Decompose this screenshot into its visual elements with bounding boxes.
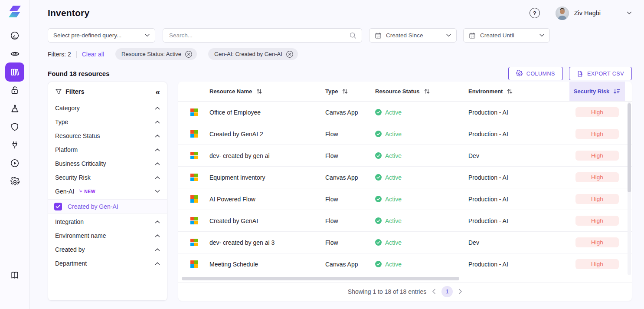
- table-row-ai-powered-flow[interactable]: AI Powered FlowFlowActiveProduction - AI…: [178, 188, 632, 210]
- column-header-resource-status[interactable]: Resource Status: [375, 82, 468, 101]
- avatar: [556, 7, 569, 20]
- created-until-select[interactable]: Created Until: [463, 28, 550, 43]
- filter-group-platform[interactable]: Platform: [48, 143, 167, 157]
- sort-both-icon[interactable]: [507, 88, 513, 95]
- results-row: Found 18 resources COLUMNS EXPORT CSV: [48, 67, 632, 80]
- chevron-up-icon: [155, 148, 160, 151]
- remove-filter-icon[interactable]: [286, 50, 294, 58]
- sidebar-item-playbooks[interactable]: [5, 154, 24, 173]
- resource-name: Equipment Inventory: [209, 174, 325, 181]
- sort-both-icon[interactable]: [256, 88, 262, 95]
- scrollbar-thumb[interactable]: [628, 103, 631, 192]
- risk-badge: High: [575, 237, 619, 247]
- sidebar-item-inventory[interactable]: [5, 62, 24, 82]
- sidebar-item-integrations[interactable]: [5, 135, 24, 154]
- table-header-row: Resource NameTypeResource StatusEnvironm…: [178, 82, 632, 102]
- sidebar-item-settings[interactable]: [5, 172, 24, 191]
- environment: Production - AI: [468, 261, 569, 268]
- created-since-select[interactable]: Created Since: [369, 28, 457, 43]
- sidebar-item-dashboard[interactable]: [5, 26, 24, 45]
- risk-badge: High: [575, 129, 619, 139]
- resources-table: Resource NameTypeResource StatusEnvironm…: [178, 82, 632, 301]
- resource-type: Canvas App: [325, 261, 375, 268]
- broom-icon: [10, 104, 20, 113]
- book-icon: [10, 270, 20, 280]
- app-logo-icon[interactable]: [7, 5, 22, 18]
- filter-group-resource-status[interactable]: Resource Status: [48, 129, 167, 143]
- user-menu[interactable]: Ziv Hagbi: [556, 7, 632, 20]
- column-header-type[interactable]: Type: [325, 82, 375, 101]
- filter-group-gen-ai[interactable]: Gen-AINEW: [48, 184, 167, 198]
- microsoft-logo-icon: [190, 152, 198, 159]
- column-header-security-risk[interactable]: Security Risk: [569, 82, 625, 101]
- previous-page-icon[interactable]: [432, 289, 436, 294]
- column-header-environment[interactable]: Environment: [468, 82, 569, 101]
- page-number[interactable]: 1: [441, 286, 453, 297]
- environment: Dev: [468, 239, 569, 246]
- predefined-query-select[interactable]: Select pre-defined query...: [48, 28, 155, 43]
- search-icon: [349, 32, 356, 39]
- sidebar-item-documentation[interactable]: [5, 266, 24, 285]
- resource-status: Active: [375, 196, 468, 203]
- filter-group-environment-name[interactable]: Environment name: [48, 229, 167, 243]
- filter-group-label: Resource Status: [55, 132, 100, 139]
- columns-button[interactable]: COLUMNS: [508, 67, 563, 80]
- sort-desc-icon[interactable]: [613, 88, 621, 95]
- remove-filter-icon[interactable]: [185, 50, 193, 58]
- filter-option-label: Created by Gen-AI: [68, 203, 118, 210]
- sidebar-item-visibility[interactable]: [5, 44, 24, 63]
- chevron-down-icon: [155, 190, 160, 193]
- filter-group-type[interactable]: Type: [48, 115, 167, 129]
- filter-group-integration[interactable]: Integration: [48, 215, 167, 229]
- filter-group-department[interactable]: Department: [48, 256, 167, 270]
- chevron-up-icon: [155, 262, 160, 265]
- sidebar-nav: [5, 26, 24, 190]
- sidebar-item-access[interactable]: [5, 81, 24, 100]
- eye-icon: [10, 49, 20, 59]
- table-row-office-of-employee[interactable]: Office of EmployeeCanvas AppActiveProduc…: [178, 102, 632, 123]
- sort-both-icon[interactable]: [342, 88, 348, 95]
- gear-icon: [516, 70, 523, 77]
- horizontal-scrollbar[interactable]: [178, 275, 632, 282]
- chevron-up-icon: [155, 234, 160, 237]
- chevron-up-icon: [155, 134, 160, 138]
- sort-both-icon[interactable]: [424, 88, 430, 95]
- icon-column-header: [178, 82, 209, 101]
- checkbox-checked[interactable]: [54, 203, 62, 210]
- check-circle-icon: [375, 239, 382, 246]
- table-row-dev-created-by-gen-ai-3[interactable]: dev- created by gen ai 3FlowActiveDevHig…: [178, 232, 632, 253]
- filter-group-security-risk[interactable]: Security Risk: [48, 171, 167, 184]
- table-row-equipment-inventory[interactable]: Equipment InventoryCanvas AppActiveProdu…: [178, 167, 632, 188]
- export-csv-button[interactable]: EXPORT CSV: [569, 67, 632, 80]
- table-row-dev-created-by-gen-ai[interactable]: dev- created by gen aiFlowActiveDevHigh: [178, 145, 632, 167]
- resource-status: Active: [375, 152, 468, 159]
- table-row-created-by-genai-2[interactable]: Created by GenAI 2FlowActiveProduction -…: [178, 123, 632, 145]
- scrollbar-thumb[interactable]: [182, 277, 459, 280]
- collapse-panel-icon[interactable]: «: [155, 88, 160, 96]
- resource-type: Canvas App: [325, 109, 375, 116]
- pagination-summary: Showing 1 to 18 of 18 entries: [348, 288, 426, 295]
- column-header-resource-name[interactable]: Resource Name: [209, 82, 325, 101]
- column-label: Resource Name: [209, 88, 252, 95]
- next-page-icon[interactable]: [458, 289, 462, 294]
- help-icon[interactable]: ?: [530, 8, 540, 18]
- chevron-up-icon: [155, 220, 160, 224]
- resource-type: Flow: [325, 217, 375, 224]
- funnel-icon: [55, 88, 62, 95]
- filter-group-category[interactable]: Category: [48, 101, 167, 115]
- table-row-meeting-schedule[interactable]: Meeting ScheduleCanvas AppActiveProducti…: [178, 253, 632, 275]
- sidebar-item-cleanup[interactable]: [5, 99, 24, 118]
- clear-all-link[interactable]: Clear all: [82, 51, 104, 58]
- sidebar-item-security[interactable]: [5, 117, 24, 136]
- resource-name: Created by GenAI: [209, 217, 325, 224]
- vertical-scrollbar[interactable]: [628, 102, 631, 275]
- filter-option-created-by-gen-ai[interactable]: Created by Gen-AI: [48, 199, 167, 214]
- check-circle-icon: [375, 196, 382, 202]
- resource-name: Created by GenAI 2: [209, 131, 325, 138]
- table-row-created-by-genai[interactable]: Created by GenAIFlowActiveProduction - A…: [178, 210, 632, 232]
- search-input[interactable]: [168, 32, 349, 39]
- filter-group-business-criticality[interactable]: Business Criticality: [48, 157, 167, 171]
- filter-group-created-by[interactable]: Created by: [48, 243, 167, 256]
- filter-group-label: Environment name: [55, 232, 106, 239]
- environment: Dev: [468, 152, 569, 159]
